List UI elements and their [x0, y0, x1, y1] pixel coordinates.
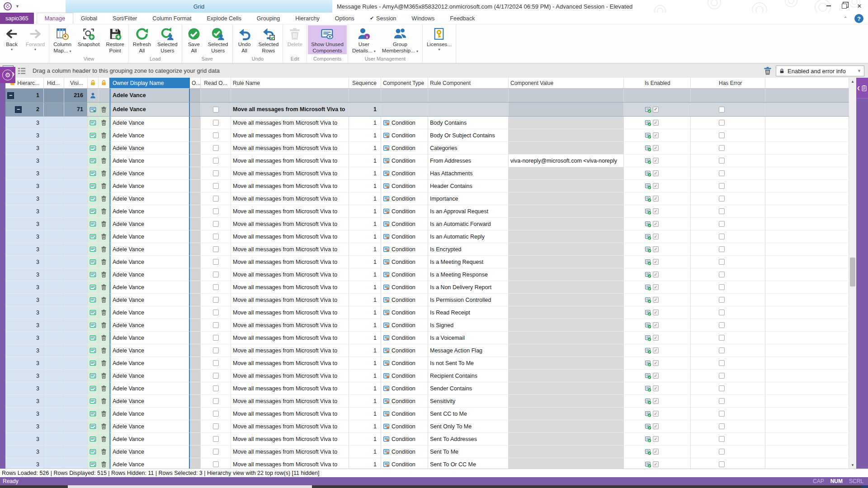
- cell-icon2[interactable]: [99, 319, 109, 332]
- cell-rule[interactable]: Move all messages from Microsoft Viva to: [231, 446, 349, 458]
- horizontal-scrollbar[interactable]: [0, 485, 868, 488]
- cell-enabled[interactable]: [624, 268, 691, 281]
- group-membership--button[interactable]: GroupMembership... ▾: [379, 25, 421, 54]
- checkbox[interactable]: [719, 183, 725, 189]
- cell-rule[interactable]: Move all messages from Microsoft Viva to: [231, 306, 349, 319]
- cell-enabled[interactable]: [624, 230, 691, 243]
- undo-all-button[interactable]: UndoAll: [234, 25, 255, 54]
- restore-button[interactable]: [837, 1, 851, 11]
- cell-hid[interactable]: [44, 129, 64, 142]
- cell-seq[interactable]: 1: [349, 268, 381, 281]
- back-button[interactable]: Back▾: [1, 25, 23, 52]
- cell-visi[interactable]: [64, 142, 88, 155]
- checkbox[interactable]: [213, 385, 219, 391]
- cell-o[interactable]: [190, 103, 201, 116]
- column-header-reado[interactable]: Read O...: [201, 78, 231, 88]
- cell-rule[interactable]: Move all messages from Microsoft Viva to: [231, 230, 349, 243]
- checkbox[interactable]: [213, 411, 219, 417]
- checkbox[interactable]: [213, 347, 219, 353]
- cell-rcomp[interactable]: Importance: [428, 192, 509, 205]
- cell-rcomp[interactable]: Is an Automatic Forward: [428, 218, 509, 230]
- cell-seq[interactable]: 1: [349, 294, 381, 306]
- cell-owner[interactable]: Adele Vance: [109, 344, 190, 357]
- collapse-ribbon-icon[interactable]: ⌃: [841, 14, 850, 23]
- cell-rule[interactable]: Move all messages from Microsoft Viva to: [231, 420, 349, 433]
- checkbox[interactable]: [653, 398, 659, 404]
- checkbox[interactable]: [653, 373, 659, 379]
- cell-cval[interactable]: [509, 268, 624, 281]
- cell-o[interactable]: [190, 382, 201, 395]
- detail-row[interactable]: 3Adele VanceMove all messages from Micro…: [5, 230, 849, 243]
- cell-cval[interactable]: [509, 192, 624, 205]
- right-panel-rail[interactable]: ❮: [856, 78, 868, 469]
- cell-ctype[interactable]: Condition: [381, 167, 428, 180]
- cell-rule[interactable]: Move all messages from Microsoft Viva to: [231, 167, 349, 180]
- cell-rcomp[interactable]: Categories: [428, 142, 509, 155]
- cell-enabled[interactable]: [624, 180, 691, 192]
- cell-error[interactable]: [691, 142, 765, 155]
- checkbox[interactable]: [719, 221, 725, 227]
- cell-hid[interactable]: [44, 155, 64, 167]
- cell-rule[interactable]: Move all messages from Microsoft Viva to: [231, 268, 349, 281]
- tab-session[interactable]: ✔Session: [362, 13, 404, 24]
- column-header-rcomp[interactable]: Rule Component: [428, 78, 509, 88]
- cell-rule[interactable]: Move all messages from Microsoft Viva to: [231, 180, 349, 192]
- cell-error[interactable]: [691, 408, 765, 420]
- cell-reado[interactable]: [201, 155, 231, 167]
- cell-hier[interactable]: 3: [5, 382, 44, 395]
- checkbox[interactable]: [719, 411, 725, 417]
- tab-windows[interactable]: Windows: [404, 13, 443, 24]
- cell-error[interactable]: [691, 129, 765, 142]
- cell-ctype[interactable]: Condition: [381, 420, 428, 433]
- cell-rule[interactable]: Move all messages from Microsoft Viva to: [231, 117, 349, 129]
- cell-icon2[interactable]: [99, 167, 109, 180]
- cell-reado[interactable]: [201, 117, 231, 129]
- column-header-rule[interactable]: Rule Name: [231, 78, 349, 88]
- cell-pad[interactable]: [765, 382, 849, 395]
- cell-error[interactable]: [691, 155, 765, 167]
- cell-owner[interactable]: Adele Vance: [109, 408, 190, 420]
- minimize-button[interactable]: [822, 1, 835, 11]
- cell-owner[interactable]: Adele Vance: [109, 192, 190, 205]
- cell-pad[interactable]: [765, 306, 849, 319]
- cell-ctype[interactable]: Condition: [381, 180, 428, 192]
- cell-hid[interactable]: [44, 382, 64, 395]
- checkbox[interactable]: [213, 272, 219, 277]
- cell-visi[interactable]: [64, 344, 88, 357]
- cell-pad[interactable]: [765, 167, 849, 180]
- cell-rcomp[interactable]: Is Read Receipt: [428, 306, 509, 319]
- detail-row[interactable]: 3Adele VanceMove all messages from Micro…: [5, 205, 849, 218]
- cell-rule[interactable]: Move all messages from Microsoft Viva to: [231, 192, 349, 205]
- cell-owner[interactable]: Adele Vance: [109, 433, 190, 446]
- cell-owner[interactable]: Adele Vance: [109, 332, 190, 344]
- cell-visi[interactable]: [64, 382, 88, 395]
- cell-reado[interactable]: [201, 395, 231, 408]
- tab-manage[interactable]: Manage: [37, 13, 73, 24]
- checkbox[interactable]: [653, 347, 659, 353]
- cell-pad[interactable]: [765, 142, 849, 155]
- refresh-all-button[interactable]: RefreshAll: [130, 25, 154, 54]
- cell-icon2[interactable]: [99, 370, 109, 382]
- cell-o[interactable]: [190, 294, 201, 306]
- checkbox[interactable]: [213, 120, 219, 126]
- checkbox[interactable]: [719, 373, 725, 379]
- cell-reado[interactable]: [201, 446, 231, 458]
- cell-error[interactable]: [691, 180, 765, 192]
- cell-enabled[interactable]: [624, 344, 691, 357]
- cell-ctype[interactable]: Condition: [381, 446, 428, 458]
- detail-row[interactable]: 3Adele VanceMove all messages from Micro…: [5, 408, 849, 420]
- cell-seq[interactable]: 1: [349, 205, 381, 218]
- cell-pad[interactable]: [765, 218, 849, 230]
- cell-pad[interactable]: [765, 192, 849, 205]
- cell-icon1[interactable]: [88, 344, 99, 357]
- tab-column-format[interactable]: Column Format: [145, 13, 199, 24]
- checkbox[interactable]: [653, 158, 659, 164]
- cell-cval[interactable]: [509, 306, 624, 319]
- cell-rule[interactable]: Move all messages from Microsoft Viva to: [231, 294, 349, 306]
- cell-o[interactable]: [190, 344, 201, 357]
- cell-icon2[interactable]: [99, 192, 109, 205]
- cell-o[interactable]: [190, 89, 201, 102]
- cell-icon1[interactable]: [88, 420, 99, 433]
- cell-hid[interactable]: [44, 89, 64, 102]
- cell-enabled[interactable]: [624, 142, 691, 155]
